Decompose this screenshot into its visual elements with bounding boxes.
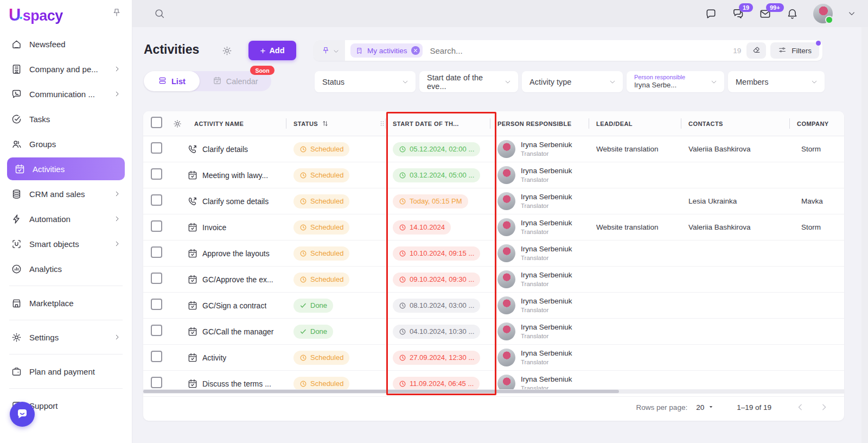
prev-page-button[interactable] [795, 402, 805, 412]
support-chat-fab[interactable] [10, 402, 35, 427]
person-cell[interactable]: Iryna SerbeniukTranslator [497, 349, 596, 366]
table-row[interactable]: GC/Sign a contractDone08.10.2024, 03:00 … [143, 293, 844, 319]
row-checkbox[interactable] [151, 142, 162, 154]
my-activities-filter-chip[interactable]: My activities [350, 43, 423, 58]
activity-name[interactable]: Invoice [202, 223, 226, 232]
sidebar-item-company-and-pe[interactable]: Company and pe... [0, 56, 132, 81]
select-all-checkbox[interactable] [151, 117, 162, 128]
calendar-view-tab[interactable]: Calendar Soon [200, 71, 271, 91]
activity-name[interactable]: Discuss the terms ... [202, 379, 271, 388]
uspacy-logo[interactable]: U•spacy [9, 5, 63, 25]
horizontal-scrollbar-track[interactable] [143, 389, 844, 394]
filter-status[interactable]: Status [315, 71, 416, 92]
table-row[interactable]: Clarify some detailsScheduledToday, 05:1… [143, 188, 844, 214]
person-cell[interactable]: Iryna SerbeniukTranslator [497, 322, 596, 340]
horizontal-scrollbar-thumb[interactable] [143, 390, 619, 393]
activity-name[interactable]: GC/Approve the ex... [202, 275, 273, 284]
remove-chip-icon[interactable] [411, 46, 420, 55]
col-company[interactable]: COMPANY [797, 111, 844, 136]
sidebar-item-plan-and-payment[interactable]: Plan and payment [0, 359, 132, 384]
col-activity-name[interactable]: ACTIVITY NAME [194, 111, 293, 136]
contacts-cell[interactable]: Valeriia Bashkirova [688, 223, 797, 231]
saved-filters-pin-button[interactable] [314, 40, 345, 61]
search-input[interactable] [429, 46, 733, 56]
sidebar-item-tasks[interactable]: Tasks [0, 106, 132, 131]
filter-activity-type[interactable]: Activity type [522, 71, 623, 92]
activities-settings-gear-icon[interactable] [221, 45, 233, 56]
col-status[interactable]: STATUS [293, 111, 393, 136]
filters-button[interactable]: Filters [770, 42, 819, 59]
person-cell[interactable]: Iryna SerbeniukTranslator [497, 192, 596, 210]
col-start-date[interactable]: START DATE OF TH... [393, 111, 497, 136]
sort-icon[interactable] [321, 119, 329, 128]
table-row[interactable]: Meeting with lawy...Scheduled03.12.2024,… [143, 162, 844, 188]
activity-name[interactable]: Clarify some details [202, 197, 269, 206]
clear-filters-button[interactable] [746, 42, 766, 59]
sidebar-item-groups[interactable]: Groups [0, 131, 132, 156]
add-activity-button[interactable]: + Add [248, 41, 296, 60]
sidebar-item-crm-and-sales[interactable]: CRM and sales [0, 181, 132, 206]
window-scrollbar-track[interactable] [861, 27, 868, 443]
sidebar-item-settings[interactable]: Settings [0, 325, 132, 350]
row-checkbox[interactable] [151, 273, 162, 284]
person-cell[interactable]: Iryna SerbeniukTranslator [497, 270, 596, 288]
sidebar-item-marketplace[interactable]: Marketplace [0, 290, 132, 315]
global-search-icon[interactable] [154, 8, 165, 20]
contacts-cell[interactable]: Valeriia Bashkirova [688, 145, 797, 153]
sidebar-item-communication[interactable]: Communication ... [0, 81, 132, 106]
filter-person-responsible[interactable]: Person responsibleIryna Serbe... [627, 71, 724, 92]
sidebar-item-activities[interactable]: Activities [7, 157, 125, 180]
rows-per-page-select[interactable]: 20 [696, 403, 714, 412]
sidebar-item-newsfeed[interactable]: Newsfeed [0, 31, 132, 56]
person-cell[interactable]: Iryna SerbeniukTranslator [497, 296, 596, 314]
mail-icon[interactable]: 99+ [759, 8, 771, 20]
table-row[interactable]: Clarify detailsScheduled05.12.2024, 02:0… [143, 136, 844, 162]
filter-start-date-of-the-eve[interactable]: Start date of the eve... [419, 71, 518, 92]
row-checkbox[interactable] [151, 299, 162, 310]
table-columns-gear-icon[interactable] [173, 119, 182, 129]
sidebar-item-analytics[interactable]: Analytics [0, 256, 132, 281]
bell-icon[interactable] [786, 8, 799, 20]
user-avatar[interactable] [813, 4, 833, 23]
company-cell[interactable]: Mavka [797, 197, 844, 205]
table-row[interactable]: GC/Call the managerDone04.10.2024, 10:30… [143, 319, 844, 345]
sidebar-pin-icon[interactable] [111, 8, 122, 18]
filter-members[interactable]: Members [728, 71, 825, 92]
activity-name[interactable]: GC/Sign a contract [202, 301, 266, 310]
sidebar-item-smart-objects[interactable]: Smart objects [0, 231, 132, 256]
row-checkbox[interactable] [151, 246, 162, 258]
person-cell[interactable]: Iryna SerbeniukTranslator [497, 166, 596, 184]
contacts-cell[interactable]: Lesia Ukrainka [688, 197, 797, 205]
table-row[interactable]: ActivityScheduled27.09.2024, 12:30 ...Ir… [143, 345, 844, 371]
activity-name[interactable]: Activity [202, 353, 226, 362]
company-cell[interactable]: Storm [797, 223, 844, 231]
company-cell[interactable]: Storm [797, 145, 844, 153]
row-checkbox[interactable] [151, 220, 162, 232]
activity-name[interactable]: Clarify details [202, 145, 248, 154]
row-checkbox[interactable] [151, 351, 162, 362]
row-checkbox[interactable] [151, 325, 162, 336]
chats-icon[interactable]: 19 [732, 8, 744, 20]
activity-name[interactable]: GC/Call the manager [202, 327, 274, 336]
row-checkbox[interactable] [151, 194, 162, 206]
profile-chevron-down-icon[interactable] [847, 9, 856, 18]
activity-name[interactable]: Meeting with lawy... [202, 171, 268, 180]
table-row[interactable]: GC/Approve the ex...Scheduled09.10.2024,… [143, 267, 844, 293]
table-row[interactable]: Approve the layoutsScheduled10.10.2024, … [143, 241, 844, 267]
col-lead-deal[interactable]: LEAD/DEAL [596, 111, 688, 136]
sidebar-item-automation[interactable]: Automation [0, 206, 132, 231]
row-checkbox[interactable] [151, 377, 162, 388]
row-checkbox[interactable] [151, 168, 162, 180]
person-cell[interactable]: Iryna SerbeniukTranslator [497, 218, 596, 236]
table-row[interactable]: InvoiceScheduled14.10.2024Iryna Serbeniu… [143, 214, 844, 241]
person-cell[interactable]: Iryna SerbeniukTranslator [497, 244, 596, 262]
lead-deal-cell[interactable]: Website translation [596, 145, 688, 153]
activity-name[interactable]: Approve the layouts [202, 249, 270, 258]
col-person-responsible[interactable]: PERSON RESPONSIBLE [497, 111, 596, 136]
lead-deal-cell[interactable]: Website translation [596, 223, 688, 231]
person-cell[interactable]: Iryna SerbeniukTranslator [497, 140, 596, 158]
list-view-tab[interactable]: List [144, 71, 200, 91]
col-contacts[interactable]: CONTACTS [688, 111, 797, 136]
comments-icon[interactable] [705, 8, 717, 20]
next-page-button[interactable] [819, 402, 829, 412]
